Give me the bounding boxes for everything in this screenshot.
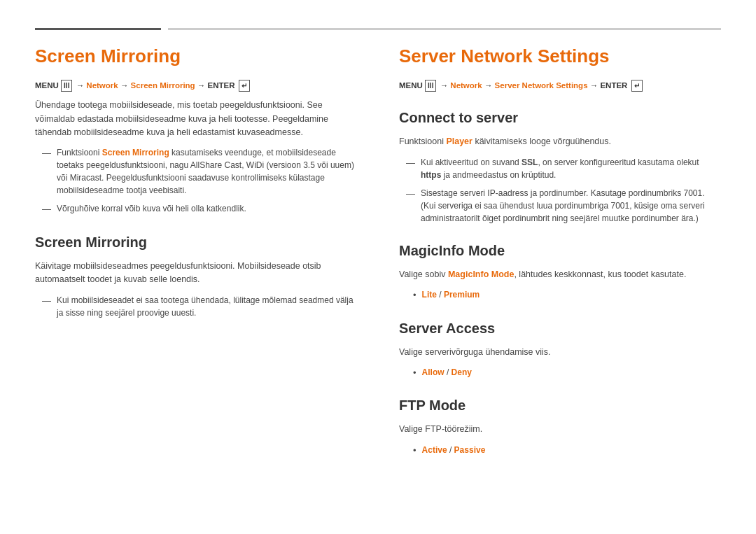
magicinfo-bullet-1-text: Lite / Premium <box>422 288 480 301</box>
arrow3-right: → <box>590 81 601 90</box>
ftp-mode-title: FTP Mode <box>399 395 721 416</box>
server-access-body: Valige serverivõrguga ühendamise viis. <box>399 346 721 359</box>
server-access-bullet-1: Allow / Deny <box>399 366 721 380</box>
left-column: Screen Mirroring MENU III → Network → Sc… <box>35 43 357 461</box>
network-left: Network <box>86 81 118 90</box>
menu-prefix-right: MENU <box>399 81 423 90</box>
deny-highlight: Deny <box>451 367 472 377</box>
server-network-menu: Server Network Settings <box>495 81 588 90</box>
enter-icon-left: ↵ <box>239 80 250 92</box>
ftp-mode-body: Valige FTP-töörežiim. <box>399 423 721 436</box>
ssl-highlight: SSL <box>522 157 538 167</box>
connect-title: Connect to server <box>399 107 721 128</box>
menu-icon-right: III <box>425 80 436 92</box>
left-menu-path: MENU III → Network → Screen Mirroring → … <box>35 80 357 92</box>
enter-right: ENTER <box>600 81 627 90</box>
right-column: Server Network Settings MENU III → Netwo… <box>399 43 721 461</box>
connect-dash-1-text: Kui aktiveeritud on suvand SSL, on serve… <box>421 156 721 181</box>
left-dash-2-text: Võrguhõive korral võib kuva või heli oll… <box>57 202 246 215</box>
menu-icon-left: III <box>61 80 72 92</box>
magicinfo-body: Valige sobiv MagicInfo Mode, lähtudes ke… <box>399 268 721 281</box>
connect-dash-2: Sisestage serveri IP-aadress ja pordinum… <box>399 187 721 225</box>
screen-mirroring-highlight: Screen Mirroring <box>102 148 169 157</box>
server-access-title: Server Access <box>399 318 721 339</box>
right-title: Server Network Settings <box>399 43 721 70</box>
https-highlight: https <box>421 170 441 180</box>
left-sub-dash-1-text: Kui mobiilsideseadet ei saa tootega ühen… <box>57 294 357 319</box>
enter-left: ENTER <box>208 81 235 90</box>
premium-highlight: Premium <box>444 290 479 300</box>
arrow2-left: → <box>120 81 131 90</box>
left-sub-dash-1: Kui mobiilsideseadet ei saa tootega ühen… <box>35 294 357 319</box>
left-dash-1: Funktsiooni Screen Mirroring kasutamisek… <box>35 146 357 197</box>
server-access-bullet-1-text: Allow / Deny <box>422 366 472 379</box>
left-subsection-body: Käivitage mobiilsideseadmes peegeldusfun… <box>35 260 357 287</box>
left-dash-1-text: Funktsiooni Screen Mirroring kasutamisek… <box>57 146 357 197</box>
allow-highlight: Allow <box>422 367 444 377</box>
left-intro: Ühendage tootega mobiilsideseade, mis to… <box>35 99 357 139</box>
left-subsection-title: Screen Mirroring <box>35 232 357 253</box>
ftp-mode-bullet-1: Active / Passive <box>399 444 721 458</box>
arrow2-right: → <box>484 81 495 90</box>
connect-dash-2-text: Sisestage serveri IP-aadress ja pordinum… <box>421 187 721 225</box>
enter-icon-right: ↵ <box>631 80 643 92</box>
arrow3-left: → <box>197 81 208 90</box>
rule-light <box>168 28 721 30</box>
menu-prefix-left: MENU <box>35 81 59 90</box>
left-title: Screen Mirroring <box>35 43 357 70</box>
passive-highlight: Passive <box>454 445 486 455</box>
network-right: Network <box>450 81 482 90</box>
connect-body: Funktsiooni Player käivitamiseks looge v… <box>399 135 721 148</box>
screen-mirroring-menu: Screen Mirroring <box>131 81 195 90</box>
left-dash-2: Võrguhõive korral võib kuva või heli oll… <box>35 202 357 216</box>
arrow1-right: → <box>440 81 451 90</box>
top-rule <box>35 28 721 30</box>
magicinfo-highlight: MagicInfo Mode <box>448 269 514 279</box>
page: Screen Mirroring MENU III → Network → Sc… <box>0 0 756 534</box>
active-highlight: Active <box>422 445 447 455</box>
rule-dark <box>35 28 161 30</box>
right-menu-path: MENU III → Network → Server Network Sett… <box>399 80 721 92</box>
columns: Screen Mirroring MENU III → Network → Sc… <box>35 43 721 461</box>
connect-dash-1: Kui aktiveeritud on suvand SSL, on serve… <box>399 156 721 181</box>
magicinfo-title: MagicInfo Mode <box>399 240 721 261</box>
magicinfo-bullet-1: Lite / Premium <box>399 288 721 302</box>
ftp-mode-bullet-1-text: Active / Passive <box>422 444 486 456</box>
player-highlight: Player <box>446 136 472 146</box>
lite-highlight: Lite <box>422 290 437 300</box>
arrow1-left: → <box>76 81 87 90</box>
